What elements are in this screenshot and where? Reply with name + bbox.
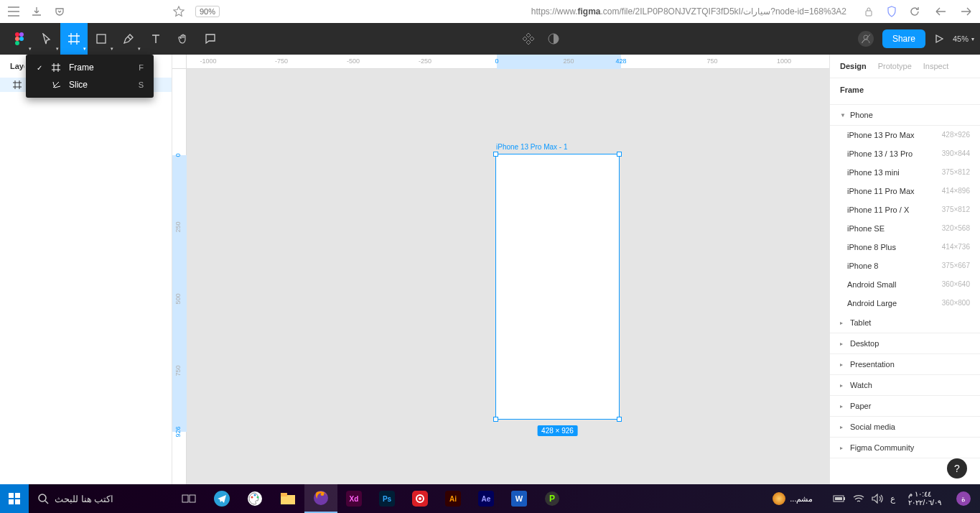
app-xd[interactable]: Xd [337,484,370,513]
taskbar-clock[interactable]: ١٠:٤٤ م ٢٠٢٢/٠٦/٠٩ [902,490,947,507]
multiplayer-icon[interactable] [858,31,874,47]
chevron-right-icon: ▸ [840,382,846,389]
category-presentation[interactable]: ▸Presentation [830,354,980,375]
tray-wifi-icon[interactable] [853,494,864,503]
frame-preset[interactable]: iPhone 13 mini375×812 [830,163,980,182]
resize-handle-tr[interactable] [617,152,622,157]
preset-name: Android Large [847,299,897,308]
pocket-icon[interactable] [53,5,66,18]
app-word[interactable]: W [503,484,536,513]
zoom-value: 45% [953,34,969,43]
system-tray: ع [826,494,902,504]
tab-design[interactable]: Design [840,62,867,70]
frame-preset[interactable]: iPhone SE320×568 [830,219,980,238]
frame-preset[interactable]: Android Small360×640 [830,275,980,294]
category-paper[interactable]: ▸Paper [830,396,980,417]
forward-icon[interactable] [960,5,973,18]
section-title-frame: Frame [840,86,970,97]
dropdown-item-slice[interactable]: Slice S [26,76,154,93]
svg-text:Ps: Ps [383,495,392,503]
tray-lang[interactable]: ع [890,494,895,504]
search-placeholder: اكتب هنا للبحث [55,494,113,504]
frame-preset[interactable]: iPhone 11 Pro / X375×812 [830,200,980,219]
app-telegram[interactable] [205,484,238,513]
resize-handle-bl[interactable] [493,417,498,422]
category-label: Figma Community [850,443,914,452]
app-cc[interactable] [403,484,437,513]
category-tablet[interactable]: ▸Tablet [830,313,980,333]
category-desktop[interactable]: ▸Desktop [830,333,980,354]
frame-preset[interactable]: iPhone 13 / 13 Pro390×844 [830,144,980,163]
svg-point-20 [254,494,256,496]
tray-volume-icon[interactable] [872,494,883,504]
app-generic[interactable]: P [536,484,569,513]
inspector-tabs: Design Prototype Inspect [830,55,980,78]
svg-text:Ae: Ae [482,495,491,503]
present-icon[interactable] [934,34,944,44]
frame-tool[interactable]: ▾ [60,23,88,55]
shield-icon[interactable] [885,5,898,18]
frame-preset[interactable]: iPhone 8 Plus414×736 [830,238,980,256]
app-pinned[interactable]: ة [947,484,980,513]
tray-battery-icon[interactable] [833,494,846,503]
svg-rect-6 [97,34,106,43]
category-figma-community[interactable]: ▸Figma Community [830,438,980,458]
zoom-control[interactable]: 45%▾ [953,34,974,43]
figma-menu-button[interactable]: ▾ [6,23,33,55]
app-paint[interactable] [238,484,271,513]
pen-tool[interactable]: ▾ [115,23,142,55]
app-illustrator[interactable]: Ai [437,484,470,513]
app-explorer[interactable] [271,484,304,513]
app-aftereffects[interactable]: Ae [470,484,503,513]
preset-name: iPhone 11 Pro / X [847,205,909,214]
share-button[interactable]: Share [882,29,925,48]
back-icon[interactable] [934,5,947,18]
svg-text:Ai: Ai [449,495,457,503]
frame-preset[interactable]: iPhone 8375×667 [830,256,980,275]
resize-handle-br[interactable] [617,417,622,422]
svg-point-5 [15,41,19,45]
category-phone[interactable]: ▼Phone [830,105,980,126]
category-watch[interactable]: ▸Watch [830,375,980,396]
app-photoshop[interactable]: Ps [370,484,403,513]
canvas[interactable]: -1000-750-500-25002504287501000 02505007… [172,55,829,484]
reload-icon[interactable] [908,5,921,18]
selected-frame[interactable]: iPhone 13 Pro Max - 1 428 × 926 [495,154,620,420]
tab-prototype[interactable]: Prototype [878,62,912,70]
svg-point-31 [419,497,421,500]
frame-preset[interactable]: Android Large360×800 [830,294,980,313]
frame-label[interactable]: iPhone 13 Pro Max - 1 [496,143,568,151]
resize-handle-tl[interactable] [493,152,498,157]
help-button[interactable]: ? [947,458,967,479]
app-firefox[interactable] [304,484,337,513]
layers-tab[interactable]: Layers [0,55,24,78]
frame-preset[interactable]: iPhone 11 Pro Max414×896 [830,182,980,200]
preset-dims: 375×667 [942,262,970,270]
lock-icon[interactable] [862,5,875,18]
text-tool[interactable] [142,23,169,55]
browser-chrome: 90% https://www.figma.com/file/2ILP0P8ON… [0,0,980,23]
star-icon[interactable] [172,5,185,18]
hand-tool[interactable] [169,23,197,55]
frame-preset[interactable]: iPhone 13 Pro Max428×926 [830,126,980,144]
menu-icon[interactable] [7,5,20,18]
preset-dims: 414×896 [942,187,970,195]
download-icon[interactable] [30,5,43,18]
url-bar[interactable]: https://www.figma.com/file/2ILP0P8ONJVZT… [531,6,846,17]
taskview-icon[interactable] [172,484,205,513]
move-tool[interactable]: ▾ [33,23,60,55]
contrast-icon[interactable] [548,33,559,45]
comment-tool[interactable] [197,23,224,55]
taskbar-search[interactable]: اكتب هنا للبحث [29,493,172,504]
shape-tool[interactable]: ▾ [88,23,115,55]
start-button[interactable] [0,484,29,513]
dropdown-item-frame[interactable]: ✓ Frame F [26,59,154,76]
recent-activity[interactable]: مشم... [765,492,820,505]
tab-inspect[interactable]: Inspect [923,62,948,70]
svg-point-21 [257,496,259,499]
ruler-tick: 750 [706,57,717,65]
components-icon[interactable] [522,32,535,45]
category-social-media[interactable]: ▸Social media [830,417,980,438]
inspector-panel: Design Prototype Inspect Frame ▼Phone iP… [829,55,980,484]
browser-zoom[interactable]: 90% [195,6,220,17]
